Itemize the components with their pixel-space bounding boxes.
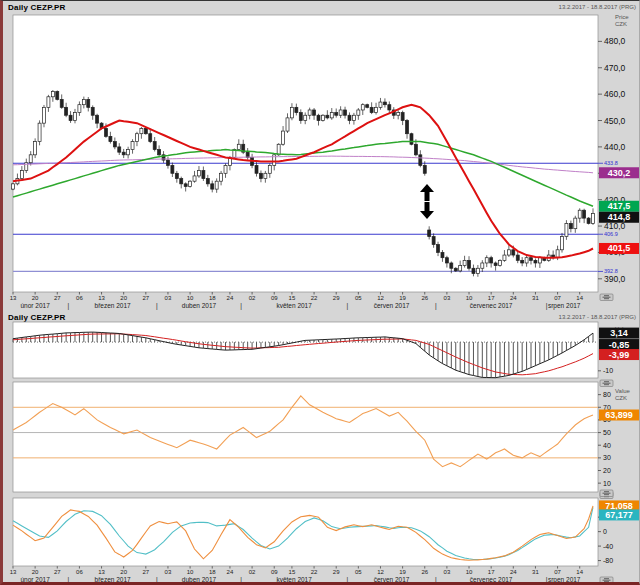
svg-text:80: 80 <box>603 391 611 398</box>
svg-text:14: 14 <box>576 569 583 575</box>
svg-text:duben 2017: duben 2017 <box>182 302 217 309</box>
svg-text:|: | <box>67 302 69 310</box>
axis-badge: 414,8 <box>599 212 640 223</box>
smi-plot-area <box>13 498 598 566</box>
chart-window: Daily CEZP.PR 13.2.2017 - 18.8.2017 (PRG… <box>0 0 640 585</box>
svg-text:10: 10 <box>466 295 473 301</box>
svg-text:29: 29 <box>333 569 340 575</box>
rsi-plot-area <box>13 382 598 492</box>
svg-text:02: 02 <box>249 569 256 575</box>
axis-badge: 3,14 <box>599 328 640 339</box>
svg-text:10: 10 <box>187 569 194 575</box>
svg-text:430,2: 430,2 <box>608 168 631 178</box>
svg-text:10: 10 <box>187 295 194 301</box>
svg-text:|: | <box>346 302 348 310</box>
svg-text:470,0: 470,0 <box>604 63 626 73</box>
svg-text:06: 06 <box>76 569 83 575</box>
axis-badge: 417,5 <box>599 201 640 212</box>
svg-text:27: 27 <box>142 295 149 301</box>
svg-text:417,5: 417,5 <box>608 201 631 211</box>
svg-text:414,8: 414,8 <box>608 212 631 222</box>
svg-text:10: 10 <box>466 569 473 575</box>
svg-text:20: 20 <box>603 467 611 474</box>
svg-text:18: 18 <box>209 295 216 301</box>
svg-text:20: 20 <box>120 295 127 301</box>
svg-text:40: 40 <box>603 442 611 449</box>
svg-text:433.8: 433.8 <box>604 160 618 166</box>
svg-text:duben 2017: duben 2017 <box>182 576 217 583</box>
svg-text:22: 22 <box>311 295 318 301</box>
svg-text:|: | <box>240 576 242 584</box>
svg-text:|: | <box>67 576 69 584</box>
svg-text:10: 10 <box>603 480 611 487</box>
svg-text:27: 27 <box>54 295 61 301</box>
svg-text:20: 20 <box>120 569 127 575</box>
svg-text:06: 06 <box>76 295 83 301</box>
svg-text:07: 07 <box>554 569 561 575</box>
svg-text:63,899: 63,899 <box>605 410 633 420</box>
svg-text:0: 0 <box>603 528 607 535</box>
axis-scale-button[interactable] <box>600 380 613 387</box>
svg-text:červenec 2017: červenec 2017 <box>470 576 513 583</box>
svg-text:26: 26 <box>421 295 428 301</box>
svg-text:27: 27 <box>142 569 149 575</box>
svg-text:květen 2017: květen 2017 <box>276 302 312 309</box>
svg-text:450,0: 450,0 <box>604 116 626 126</box>
svg-text:|: | <box>435 576 437 584</box>
svg-text:srpen 2017: srpen 2017 <box>548 302 581 310</box>
svg-text:|: | <box>346 576 348 584</box>
axis-badge: 67,177 <box>599 509 640 520</box>
svg-text:-40: -40 <box>603 543 613 550</box>
svg-text:20: 20 <box>32 295 39 301</box>
svg-text:|: | <box>156 576 158 584</box>
svg-text:srpen 2017: srpen 2017 <box>548 576 581 584</box>
svg-text:24: 24 <box>510 569 517 575</box>
svg-text:24: 24 <box>510 295 517 301</box>
svg-text:29: 29 <box>333 295 340 301</box>
axis-scale-button[interactable] <box>600 490 613 497</box>
svg-text:31: 31 <box>532 295 539 301</box>
svg-text:09: 09 <box>271 569 278 575</box>
svg-text:67,177: 67,177 <box>605 510 633 520</box>
svg-text:401,5: 401,5 <box>608 243 631 253</box>
svg-text:05: 05 <box>355 295 362 301</box>
svg-text:červen 2017: červen 2017 <box>374 302 410 309</box>
svg-text:27: 27 <box>54 569 61 575</box>
svg-text:05: 05 <box>355 569 362 575</box>
chart-canvas[interactable]: 480,0470,0460,0450,0440,0430,0420,0410,0… <box>3 1 640 585</box>
svg-text:13: 13 <box>98 295 105 301</box>
svg-text:460,0: 460,0 <box>604 89 626 99</box>
svg-text:15: 15 <box>289 295 296 301</box>
svg-text:květen 2017: květen 2017 <box>276 576 312 583</box>
svg-text:392.8: 392.8 <box>604 268 618 274</box>
svg-text:-80: -80 <box>603 557 613 564</box>
axis-scale-button[interactable] <box>600 577 613 584</box>
axis-scale-button[interactable] <box>600 294 613 301</box>
svg-text:50: 50 <box>603 429 611 436</box>
svg-text:-0,85: -0,85 <box>609 340 630 350</box>
axis-badge: 63,899 <box>599 410 640 421</box>
svg-text:březen 2017: březen 2017 <box>95 576 132 583</box>
axis-badge: -0,85 <box>599 339 640 350</box>
axis-badge: -3,99 <box>599 349 640 360</box>
svg-text:07: 07 <box>554 295 561 301</box>
svg-text:03: 03 <box>444 295 451 301</box>
svg-text:19: 19 <box>399 295 406 301</box>
svg-text:24: 24 <box>227 569 234 575</box>
svg-text:|: | <box>240 302 242 310</box>
svg-text:22: 22 <box>311 569 318 575</box>
svg-text:|: | <box>156 302 158 310</box>
svg-text:480,0: 480,0 <box>604 36 626 46</box>
svg-text:únor 2017: únor 2017 <box>20 576 50 583</box>
axis-badge: 401,5 <box>599 243 640 254</box>
macd-plot-area <box>13 322 598 378</box>
svg-text:26: 26 <box>421 569 428 575</box>
svg-text:02: 02 <box>249 295 256 301</box>
axis-badge: 430,2 <box>599 167 640 178</box>
svg-text:03: 03 <box>444 569 451 575</box>
svg-text:13: 13 <box>10 295 17 301</box>
svg-text:únor 2017: únor 2017 <box>20 302 50 309</box>
svg-text:13: 13 <box>98 569 105 575</box>
svg-text:30: 30 <box>603 454 611 461</box>
svg-text:15: 15 <box>289 569 296 575</box>
